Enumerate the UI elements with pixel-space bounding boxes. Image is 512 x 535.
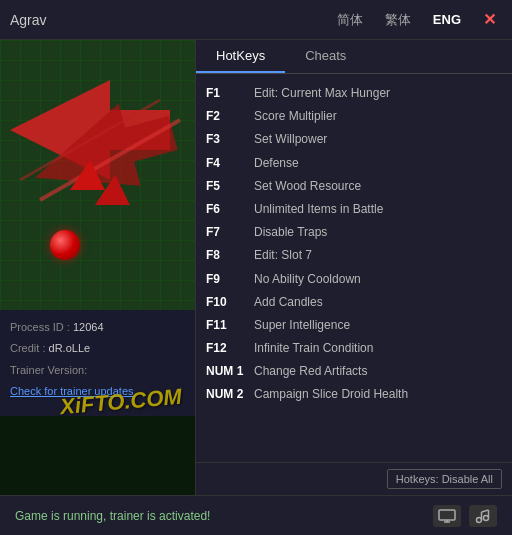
credit-label: Credit : xyxy=(10,342,45,354)
hotkey-key: F6 xyxy=(206,200,254,219)
hotkey-desc: Set Willpower xyxy=(254,130,327,149)
status-icons xyxy=(433,505,497,527)
trainer-version-label: Trainer Version: xyxy=(10,364,87,376)
hotkey-desc: Defense xyxy=(254,154,299,173)
process-id-label: Process ID : xyxy=(10,321,70,333)
app-title: Agrav xyxy=(10,12,47,28)
hotkeys-disable-all-button[interactable]: Hotkeys: Disable All xyxy=(387,469,502,489)
hotkey-item: F3Set Willpower xyxy=(206,128,502,151)
hotkey-item: F11Super Intelligence xyxy=(206,314,502,337)
hotkey-item: F12Infinite Train Condition xyxy=(206,337,502,360)
hotkey-desc: Super Intelligence xyxy=(254,316,350,335)
hotkey-item: F9No Ability Cooldown xyxy=(206,268,502,291)
music-icon[interactable] xyxy=(469,505,497,527)
hotkey-item: F1Edit: Current Max Hunger xyxy=(206,82,502,105)
hotkey-key: F7 xyxy=(206,223,254,242)
hotkey-key: F11 xyxy=(206,316,254,335)
hotkey-item: NUM 1Change Red Artifacts xyxy=(206,360,502,383)
hotkey-item: F6Unlimited Items in Battle xyxy=(206,198,502,221)
trainer-link-row: Check for trainer updates xyxy=(10,384,185,399)
main-content: Process ID : 12064 Credit : dR.oLLe Trai… xyxy=(0,40,512,495)
title-bar: Agrav 简体 繁体 ENG ✕ xyxy=(0,0,512,40)
monitor-icon[interactable] xyxy=(433,505,461,527)
status-message: Game is running, trainer is activated! xyxy=(15,509,210,523)
hotkey-key: F8 xyxy=(206,246,254,265)
hotkey-desc: Infinite Train Condition xyxy=(254,339,373,358)
hotkey-desc: Score Multiplier xyxy=(254,107,337,126)
hotkey-key: NUM 1 xyxy=(206,362,254,381)
svg-line-13 xyxy=(482,510,489,512)
lang-traditional[interactable]: 繁体 xyxy=(379,9,417,31)
tab-cheats[interactable]: Cheats xyxy=(285,40,366,73)
hotkey-desc: Change Red Artifacts xyxy=(254,362,367,381)
hotkey-desc: Set Wood Resource xyxy=(254,177,361,196)
credit-row: Credit : dR.oLLe xyxy=(10,341,185,356)
hotkey-desc: Edit: Current Max Hunger xyxy=(254,84,390,103)
hotkey-desc: Unlimited Items in Battle xyxy=(254,200,383,219)
hotkey-key: F5 xyxy=(206,177,254,196)
hotkey-key: F12 xyxy=(206,339,254,358)
hotkey-desc: Add Candles xyxy=(254,293,323,312)
tab-bar: HotKeys Cheats xyxy=(196,40,512,74)
close-button[interactable]: ✕ xyxy=(477,8,502,31)
trainer-version-row: Trainer Version: xyxy=(10,363,185,378)
process-id-value: 12064 xyxy=(73,321,104,333)
hotkeys-all-area: Hotkeys: Disable All xyxy=(196,462,512,495)
hotkey-key: F4 xyxy=(206,154,254,173)
hotkey-desc: Disable Traps xyxy=(254,223,327,242)
trainer-update-link[interactable]: Check for trainer updates xyxy=(10,385,134,397)
hotkey-desc: Edit: Slot 7 xyxy=(254,246,312,265)
hotkey-item: F5Set Wood Resource xyxy=(206,175,502,198)
hotkey-key: F1 xyxy=(206,84,254,103)
hotkey-list: F1Edit: Current Max HungerF2Score Multip… xyxy=(196,74,512,462)
left-panel: Process ID : 12064 Credit : dR.oLLe Trai… xyxy=(0,40,195,495)
hotkey-key: NUM 2 xyxy=(206,385,254,404)
title-bar-left: Agrav xyxy=(10,11,331,29)
game-screenshot xyxy=(0,40,195,310)
hotkey-item: F4Defense xyxy=(206,152,502,175)
hotkey-key: F9 xyxy=(206,270,254,289)
hotkey-desc: Campaign Slice Droid Health xyxy=(254,385,408,404)
credit-value: dR.oLLe xyxy=(49,342,91,354)
lang-english[interactable]: ENG xyxy=(427,10,467,29)
process-id-row: Process ID : 12064 xyxy=(10,320,185,335)
svg-rect-6 xyxy=(439,510,455,520)
hotkey-key: F2 xyxy=(206,107,254,126)
title-bar-right: 简体 繁体 ENG ✕ xyxy=(331,8,502,31)
hotkey-item: NUM 2Campaign Slice Droid Health xyxy=(206,383,502,406)
hotkey-item: F7Disable Traps xyxy=(206,221,502,244)
hotkey-item: F10Add Candles xyxy=(206,291,502,314)
right-panel: HotKeys Cheats F1Edit: Current Max Hunge… xyxy=(195,40,512,495)
tab-hotkeys[interactable]: HotKeys xyxy=(196,40,285,73)
hotkey-key: F3 xyxy=(206,130,254,149)
info-panel: Process ID : 12064 Credit : dR.oLLe Trai… xyxy=(0,310,195,416)
hotkey-item: F8Edit: Slot 7 xyxy=(206,244,502,267)
hotkey-item: F2Score Multiplier xyxy=(206,105,502,128)
red-ball xyxy=(50,230,80,260)
arrow-shape xyxy=(10,60,185,240)
lang-simplified[interactable]: 简体 xyxy=(331,9,369,31)
status-bar: Game is running, trainer is activated! xyxy=(0,495,512,535)
hotkey-desc: No Ability Cooldown xyxy=(254,270,361,289)
hotkey-key: F10 xyxy=(206,293,254,312)
